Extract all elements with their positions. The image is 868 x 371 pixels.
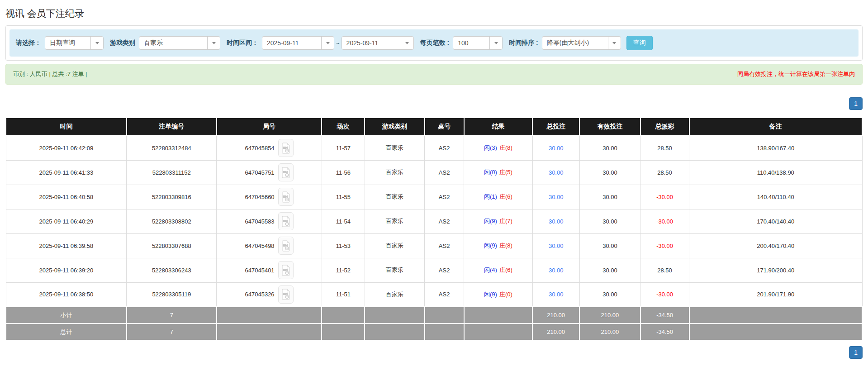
total-empty-note (689, 323, 862, 340)
round-wrap: 647045583 (245, 212, 294, 230)
total-payout: -34.50 (640, 323, 689, 340)
video-replay-button[interactable] (278, 285, 294, 304)
total-valid-bet: 210.00 (579, 323, 640, 340)
round-id-cell: 647045401 (217, 258, 322, 282)
chevron-down-icon[interactable] (608, 37, 621, 49)
note-cell: 200.40/170.40 (689, 233, 862, 258)
col-header-4: 游戏类别 (365, 118, 425, 136)
table-no-cell: AS2 (425, 160, 464, 185)
subtotal-total-bet: 210.00 (532, 307, 579, 323)
game-type-select[interactable]: 百家乐 (139, 36, 220, 50)
query-mode-label: 请选择： (16, 39, 41, 47)
video-replay-button[interactable] (278, 139, 294, 157)
subtotal-empty-table-no (425, 307, 464, 323)
result-cell: 闲(3)庄(8) (464, 136, 532, 160)
chevron-down-icon[interactable] (321, 37, 334, 49)
pagination-page-1-top[interactable]: 1 (849, 97, 863, 110)
game-type-cell: 百家乐 (365, 233, 425, 258)
time-sort-value: 降幂(由大到小) (542, 39, 608, 47)
subtotal-row: 小计7210.00210.00-34.50 (6, 307, 862, 323)
total-bet-link[interactable]: 30.00 (549, 218, 564, 225)
total-bet-link[interactable]: 30.00 (549, 145, 564, 152)
payout-cell: -30.00 (640, 209, 689, 233)
result-banker: 庄(5) (499, 169, 512, 176)
col-header-0: 时间 (6, 118, 127, 136)
result-player: 闲(1) (484, 193, 497, 200)
total-bet-link[interactable]: 30.00 (549, 194, 564, 200)
subtotal-label: 小计 (6, 307, 127, 323)
valid-bet-cell: 30.00 (579, 282, 640, 307)
col-header-5: 桌号 (425, 118, 464, 136)
result-banker: 庄(8) (499, 144, 512, 151)
subtotal-count: 7 (127, 307, 217, 323)
col-header-1: 注单编号 (127, 118, 217, 136)
chevron-down-icon[interactable] (489, 37, 502, 49)
video-replay-button[interactable] (278, 261, 294, 279)
round-id: 647045854 (245, 145, 275, 152)
result-player: 闲(9) (484, 291, 497, 298)
note-cell: 110.40/138.90 (689, 160, 862, 185)
bet-time-cell: 2025-09-11 06:40:29 (6, 209, 127, 233)
date-to-select[interactable]: 2025-09-11 (342, 36, 414, 50)
round-id-cell: 647045660 (217, 185, 322, 209)
valid-bet-cell: 30.00 (579, 233, 640, 258)
result-player: 闲(9) (484, 242, 497, 249)
page-size-label: 每页笔数 : (420, 39, 450, 47)
result-banker: 庄(6) (499, 193, 512, 200)
chevron-down-icon[interactable] (401, 37, 413, 49)
total-bet-link[interactable]: 30.00 (549, 291, 564, 298)
time-sort-select[interactable]: 降幂(由大到小) (542, 36, 621, 50)
round-wrap: 647045660 (245, 188, 294, 206)
total-bet-link[interactable]: 30.00 (549, 169, 564, 176)
round-id: 647045751 (245, 169, 275, 176)
total-bet-cell: 30.00 (532, 185, 579, 209)
result-player: 闲(9) (484, 218, 497, 224)
payout-cell: 28.50 (640, 136, 689, 160)
summary-notice-bar: 币别 : 人民币 | 总共 :7 注单 | 同局有效投注，统一计算在该局第一张注… (5, 64, 863, 85)
video-replay-button[interactable] (278, 163, 294, 181)
result-cell: 闲(0)庄(5) (464, 160, 532, 185)
valid-bet-cell: 30.00 (579, 258, 640, 282)
result-player: 闲(0) (484, 169, 497, 176)
payout-cell: 28.50 (640, 258, 689, 282)
session-cell: 11-55 (322, 185, 365, 209)
video-file-icon (281, 143, 290, 154)
pagination-page-1-bottom[interactable]: 1 (849, 346, 863, 359)
chevron-down-icon[interactable] (90, 37, 103, 49)
bet-id-cell: 522803307688 (127, 233, 217, 258)
col-header-6: 结果 (464, 118, 532, 136)
game-type-cell: 百家乐 (365, 185, 425, 209)
video-replay-button[interactable] (278, 237, 294, 255)
round-wrap: 647045751 (245, 163, 294, 181)
table-row: 2025-09-11 06:39:58522803307688647045498… (6, 233, 862, 258)
session-cell: 11-56 (322, 160, 365, 185)
table-header-row: 时间注单编号局号场次游戏类别桌号结果总投注有效投注总派彩备注 (6, 118, 862, 136)
bet-records-table: 时间注单编号局号场次游戏类别桌号结果总投注有效投注总派彩备注 2025-09-1… (5, 117, 863, 341)
query-mode-value: 日期查询 (45, 39, 90, 47)
video-file-icon (281, 191, 290, 203)
game-type-value: 百家乐 (139, 39, 207, 47)
total-row: 总计7210.00210.00-34.50 (6, 323, 862, 340)
search-button[interactable]: 查询 (626, 36, 653, 50)
valid-bet-cell: 30.00 (579, 185, 640, 209)
date-range-separator: ~ (336, 40, 340, 47)
video-replay-button[interactable] (278, 212, 294, 230)
payout-cell: -30.00 (640, 185, 689, 209)
round-wrap: 647045326 (245, 285, 294, 304)
date-from-select[interactable]: 2025-09-11 (262, 36, 334, 50)
total-bet-link[interactable]: 30.00 (549, 267, 564, 274)
session-cell: 11-52 (322, 258, 365, 282)
chevron-down-icon[interactable] (207, 37, 220, 49)
total-empty-session (322, 323, 365, 340)
page-size-select[interactable]: 100 (453, 36, 503, 50)
same-round-warning-text: 同局有效投注，统一计算在该局第一张注单内 (737, 70, 855, 78)
game-type-label: 游戏类别 (110, 39, 135, 47)
query-mode-select[interactable]: 日期查询 (45, 36, 104, 50)
table-no-cell: AS2 (425, 185, 464, 209)
total-bet-cell: 30.00 (532, 258, 579, 282)
session-cell: 11-51 (322, 282, 365, 307)
total-bet-link[interactable]: 30.00 (549, 243, 564, 249)
game-type-cell: 百家乐 (365, 160, 425, 185)
video-replay-button[interactable] (278, 188, 294, 206)
filter-panel: 请选择： 日期查询 游戏类别 百家乐 时间区间： 2025-09-11 ~ 20… (5, 25, 863, 61)
